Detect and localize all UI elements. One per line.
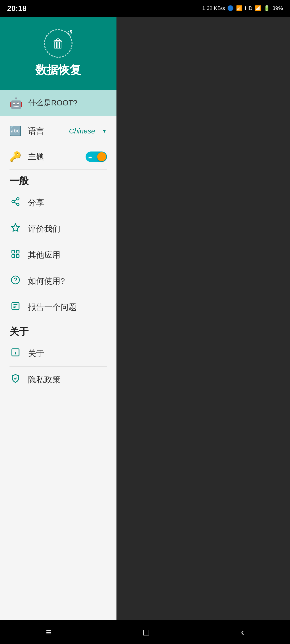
navigation-drawer: 🗑 ↺ 数据恢复 🤖 什么是ROOT? 🔤 语言 Chinese ▼ 🔑 主题 …	[0, 16, 117, 620]
how-to-use-label: 如何使用?	[28, 276, 107, 286]
nav-bar: ≡ □ ‹	[0, 620, 290, 644]
svg-point-0	[17, 198, 19, 200]
app-title: 数据恢复	[36, 62, 81, 78]
shield-icon	[10, 374, 22, 386]
status-icons: 1.32 KB/s 🔵 📶 HD 📶 🔋 39%	[202, 5, 283, 12]
theme-item[interactable]: 🔑 主题 ☁	[0, 144, 117, 169]
battery-icon: 🔋	[264, 5, 270, 12]
general-section-heading: 一般	[0, 170, 117, 190]
svg-point-1	[12, 200, 14, 203]
home-nav-icon[interactable]: □	[143, 627, 149, 638]
theme-label: 主题	[28, 151, 79, 162]
svg-line-3	[14, 202, 17, 204]
language-item[interactable]: 🔤 语言 Chinese ▼	[0, 118, 117, 144]
share-item[interactable]: 分享	[0, 190, 117, 216]
root-text: 什么是ROOT?	[28, 98, 77, 108]
language-icon: 🔤	[10, 126, 22, 136]
info-icon	[10, 348, 22, 359]
question-icon	[10, 275, 22, 287]
theme-toggle[interactable]: ☁	[86, 152, 107, 162]
about-section-heading: 关于	[0, 320, 117, 340]
dropdown-arrow-icon: ▼	[102, 128, 107, 134]
drawer-header: 🗑 ↺ 数据恢复	[0, 16, 117, 90]
menu-nav-icon[interactable]: ≡	[46, 627, 51, 638]
status-time: 20:18	[7, 4, 27, 13]
trash-icon: 🗑	[52, 36, 64, 50]
more-apps-item[interactable]: 其他应用	[0, 242, 117, 268]
hd-icon: HD	[245, 5, 252, 12]
language-value: Chinese	[69, 127, 95, 135]
rate-item[interactable]: 评价我们	[0, 216, 117, 242]
theme-icon: 🔑	[10, 151, 22, 162]
about-label: 关于	[28, 348, 107, 359]
app-logo: 🗑 ↺	[44, 29, 73, 58]
wifi-icon: 📶	[255, 5, 261, 12]
share-icon	[10, 197, 22, 208]
report-label: 报告一个问题	[28, 302, 107, 313]
signal-icon: 📶	[236, 5, 242, 12]
privacy-item[interactable]: 隐私政策	[0, 367, 117, 392]
apps-icon	[10, 249, 22, 261]
rate-label: 评价我们	[28, 224, 107, 234]
privacy-label: 隐私政策	[28, 374, 107, 385]
star-icon	[10, 223, 22, 234]
svg-rect-7	[16, 250, 19, 253]
android-icon: 🤖	[10, 97, 23, 109]
drawer-scroll[interactable]: 🔤 语言 Chinese ▼ 🔑 主题 ☁ 一般	[0, 116, 117, 620]
language-label: 语言	[28, 126, 62, 136]
svg-line-4	[14, 200, 17, 201]
root-item[interactable]: 🤖 什么是ROOT?	[0, 90, 117, 116]
svg-rect-8	[12, 254, 15, 258]
svg-rect-6	[12, 250, 15, 253]
network-speed: 1.32 KB/s	[202, 5, 225, 12]
battery-percent: 39%	[272, 5, 283, 12]
toggle-knob	[97, 152, 106, 161]
report-item[interactable]: 报告一个问题	[0, 294, 117, 320]
svg-rect-9	[16, 254, 19, 258]
refresh-arrow-icon: ↺	[67, 29, 73, 36]
status-bar: 20:18 1.32 KB/s 🔵 📶 HD 📶 🔋 39%	[0, 0, 290, 16]
how-to-use-item[interactable]: 如何使用?	[0, 268, 117, 294]
back-nav-icon[interactable]: ‹	[241, 627, 244, 638]
report-icon	[10, 301, 22, 313]
share-label: 分享	[28, 197, 107, 208]
svg-point-2	[17, 203, 19, 206]
bluetooth-icon: 🔵	[227, 5, 234, 12]
about-item[interactable]: 关于	[0, 340, 117, 366]
more-apps-label: 其他应用	[28, 250, 107, 260]
svg-marker-5	[12, 224, 19, 231]
cloud-icon: ☁	[88, 154, 92, 160]
